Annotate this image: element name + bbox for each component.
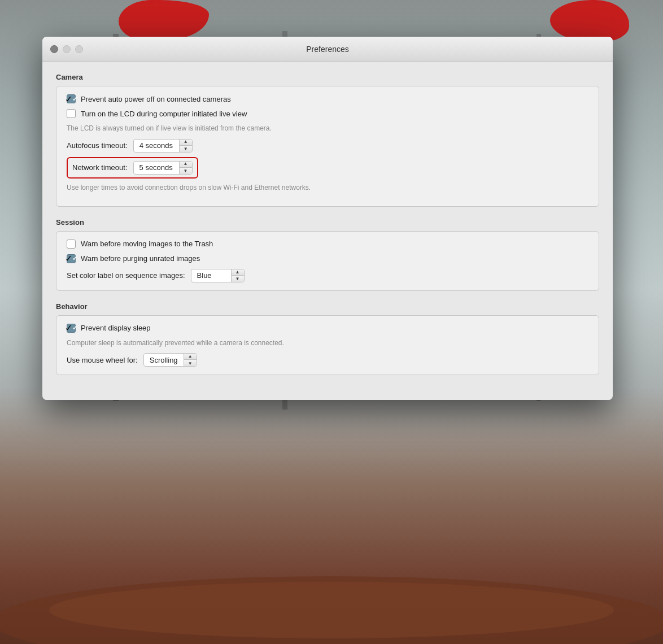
warn-trash-checkbox[interactable]	[67, 240, 76, 249]
traffic-lights	[50, 45, 83, 53]
lcd-hint-text: The LCD is always turned on if live view…	[67, 124, 588, 133]
color-label-row: Set color label on sequence images: Blue…	[67, 269, 588, 282]
mouse-wheel-value: Scrolling	[144, 356, 184, 364]
maximize-button[interactable]	[75, 45, 83, 53]
color-label-arrow-down[interactable]: ▼	[232, 276, 244, 282]
network-timeout-wrapper: Network timeout: 5 seconds ▲ ▼	[67, 157, 588, 179]
network-timeout-arrows: ▲ ▼	[179, 161, 192, 175]
prevent-sleep-label: Prevent display sleep	[81, 324, 151, 332]
autofocus-arrow-up[interactable]: ▲	[180, 139, 192, 146]
mouse-wheel-row: Use mouse wheel for: Scrolling ▲ ▼	[67, 353, 588, 367]
session-section-box: Warn before moving images to the Trash ✓…	[56, 231, 599, 291]
checkmark-icon-2: ✓	[65, 253, 72, 264]
checkmark-icon-3: ✓	[65, 323, 72, 333]
network-timeout-arrow-up[interactable]: ▲	[180, 161, 192, 168]
autofocus-label: Autofocus timeout:	[67, 141, 128, 150]
color-label-dropdown[interactable]: Blue ▲ ▼	[191, 269, 245, 282]
warn-trash-label: Warn before moving images to the Trash	[81, 240, 213, 248]
color-label-arrows: ▲ ▼	[231, 269, 244, 282]
color-label-arrow-up[interactable]: ▲	[232, 269, 244, 276]
checkmark-icon: ✓	[65, 94, 72, 105]
lcd-label: Turn on the LCD during computer initiate…	[81, 110, 247, 118]
prevent-auto-power-off-checkbox[interactable]: ✓	[67, 94, 76, 103]
color-label-text: Set color label on sequence images:	[67, 271, 185, 280]
prevent-sleep-row: ✓ Prevent display sleep	[67, 324, 588, 333]
lcd-checkbox[interactable]	[67, 109, 76, 118]
autofocus-arrow-down[interactable]: ▼	[180, 146, 192, 153]
camera-section-box: ✓ Prevent auto power off on connected ca…	[56, 86, 599, 207]
warn-purge-checkbox[interactable]: ✓	[67, 254, 76, 263]
mouse-wheel-arrow-down[interactable]: ▼	[184, 360, 197, 367]
mouse-wheel-arrow-up[interactable]: ▲	[184, 353, 197, 360]
prevent-auto-power-off-label: Prevent auto power off on connected came…	[81, 95, 231, 103]
network-timeout-arrow-down[interactable]: ▼	[180, 168, 192, 175]
prevent-sleep-checkbox[interactable]: ✓	[67, 324, 76, 333]
mouse-wheel-dropdown[interactable]: Scrolling ▲ ▼	[143, 353, 197, 367]
network-timeout-stepper[interactable]: 5 seconds ▲ ▼	[133, 161, 193, 175]
camera-section-label: Camera	[56, 73, 599, 81]
network-timeout-label: Network timeout:	[72, 163, 128, 172]
warn-purge-label: Warn before purging unrated images	[81, 254, 200, 263]
autofocus-arrows: ▲ ▼	[179, 139, 192, 153]
behavior-section-label: Behavior	[56, 302, 599, 311]
autofocus-value: 4 seconds	[134, 141, 179, 150]
sleep-hint-text: Computer sleep is automatically prevente…	[67, 338, 588, 348]
autofocus-row: Autofocus timeout: 4 seconds ▲ ▼	[67, 139, 588, 153]
preferences-window: Preferences Camera ✓ Prevent auto power …	[42, 37, 613, 400]
behavior-section-box: ✓ Prevent display sleep Computer sleep i…	[56, 315, 599, 376]
session-section-label: Session	[56, 218, 599, 227]
window-title: Preferences	[306, 45, 348, 54]
warn-purge-row: ✓ Warn before purging unrated images	[67, 254, 588, 263]
mouse-wheel-label: Use mouse wheel for:	[67, 356, 138, 364]
content-area: Camera ✓ Prevent auto power off on conne…	[42, 62, 613, 400]
close-button[interactable]	[50, 45, 58, 53]
network-hint-text: Use longer times to avoid connection dro…	[67, 183, 588, 193]
network-timeout-highlight: Network timeout: 5 seconds ▲ ▼	[67, 157, 198, 179]
color-label-value: Blue	[191, 271, 231, 280]
network-timeout-value: 5 seconds	[134, 163, 179, 172]
autofocus-stepper[interactable]: 4 seconds ▲ ▼	[133, 139, 193, 153]
mouse-wheel-arrows: ▲ ▼	[184, 353, 197, 367]
titlebar: Preferences	[42, 37, 613, 62]
prevent-auto-power-off-row: ✓ Prevent auto power off on connected ca…	[67, 94, 588, 103]
minimize-button[interactable]	[63, 45, 71, 53]
lcd-checkbox-row: Turn on the LCD during computer initiate…	[67, 109, 588, 118]
warn-trash-row: Warn before moving images to the Trash	[67, 240, 588, 249]
